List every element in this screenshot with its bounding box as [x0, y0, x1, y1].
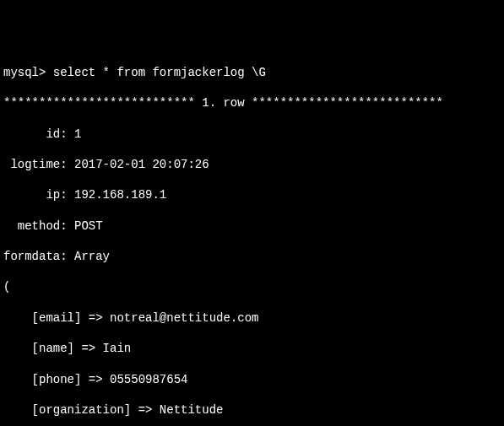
- method-value: POST: [74, 219, 103, 233]
- row-separator: *************************** 1. row *****…: [3, 95, 501, 111]
- formdata-name: [name] => Iain: [3, 341, 501, 356]
- ip-value: 192.168.189.1: [74, 188, 166, 202]
- field-id: id: 1: [3, 127, 501, 142]
- sql-query: select * from formjackerlog \G: [53, 66, 266, 79]
- formdata-value: Array: [74, 250, 110, 263]
- id-value: 1: [74, 127, 81, 141]
- logtime-value: 2017-02-01 20:07:26: [74, 158, 209, 171]
- field-method: method: POST: [3, 218, 501, 234]
- formdata-organization: [organization] => Nettitude: [3, 402, 501, 418]
- logtime-label: logtime:: [3, 158, 74, 171]
- field-logtime: logtime: 2017-02-01 20:07:26: [3, 157, 501, 172]
- formdata-label: formdata:: [3, 250, 74, 263]
- ip-label: ip:: [3, 188, 74, 202]
- mysql-prompt: mysql>: [3, 66, 53, 79]
- id-label: id:: [3, 127, 74, 141]
- formdata-phone: [phone] => 05550987654: [3, 372, 501, 387]
- formdata-email: [email] => notreal@nettitude.com: [3, 310, 501, 326]
- field-ip: ip: 192.168.189.1: [3, 187, 501, 202]
- array-open-paren: (: [3, 279, 501, 294]
- query-line: mysql> select * from formjackerlog \G: [3, 65, 501, 80]
- method-label: method:: [3, 219, 74, 233]
- field-formdata: formdata: Array: [3, 249, 501, 264]
